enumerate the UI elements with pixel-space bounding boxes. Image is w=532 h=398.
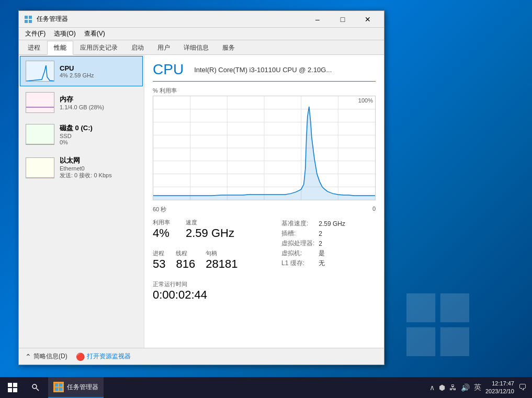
base-speed-label: 基准速度: (281, 219, 319, 229)
thread-label: 线程 (176, 249, 195, 257)
virt-label: 虚拟机: (281, 248, 319, 258)
tab-details[interactable]: 详细信息 (177, 41, 216, 54)
cpu-model: Intel(R) Core(TM) i3-10110U CPU @ 2.10G.… (194, 66, 332, 74)
tab-app-history[interactable]: 应用历史记录 (73, 41, 124, 54)
stats-row: 利用率 4% 速度 2.59 GHz 进程 53 (153, 219, 376, 307)
sidebar-item-cpu[interactable]: CPU 4% 2.59 GHz (20, 56, 143, 86)
svg-rect-0 (406, 293, 435, 322)
menu-options[interactable]: 选项(O) (50, 28, 80, 39)
summary-button[interactable]: ⌃ 简略信息(D) (25, 352, 67, 361)
volume-icon[interactable]: 🔊 (461, 383, 470, 392)
sidebar-item-network[interactable]: 以太网 Ethernet0 发送: 0 接收: 0 Kbps (20, 151, 143, 184)
sidebar-item-memory[interactable]: 内存 1.1/4.0 GB (28%) (20, 87, 143, 118)
util-label: 利用率 (153, 219, 170, 226)
right-stats: 基准速度: 2.59 GHz 插槽: 2 虚拟处理器: 2 虚拟机: (281, 219, 376, 307)
summary-label: 简略信息(D) (33, 352, 67, 361)
socket-label: 插槽: (281, 229, 319, 238)
handle-label: 句柄 (206, 249, 237, 257)
svg-rect-6 (25, 20, 28, 23)
search-button[interactable] (25, 377, 46, 398)
cpu-name: CPU (60, 64, 137, 72)
titlebar: 任务管理器 – □ ✕ (19, 11, 384, 28)
monitor-label: 打开资源监视器 (87, 352, 131, 361)
handle-value: 28181 (206, 257, 237, 271)
svg-rect-3 (440, 327, 469, 356)
svg-rect-21 (8, 383, 12, 387)
maximize-button[interactable]: □ (331, 11, 355, 28)
speed-label: 速度 (186, 219, 234, 226)
tab-performance[interactable]: 性能 (47, 41, 73, 55)
minimize-button[interactable]: – (305, 11, 330, 28)
graph-x-left: 60 秒 (153, 206, 166, 213)
sidebar-item-disk[interactable]: 磁盘 0 (C:) SSD 0% (20, 119, 143, 150)
graph-x-right: 0 (372, 206, 376, 213)
tab-startup[interactable]: 启动 (124, 41, 151, 54)
svg-line-26 (37, 389, 39, 391)
menu-file[interactable]: 文件(F) (21, 28, 50, 39)
lang-icon[interactable]: 英 (474, 383, 481, 392)
taskmgr-icon (53, 382, 64, 392)
bluetooth-icon[interactable]: ⬢ (439, 383, 445, 392)
monitor-button[interactable]: 🔴 打开资源监视器 (76, 352, 131, 361)
l1-value: 无 (319, 258, 349, 268)
cpu-mini-chart (26, 61, 54, 82)
close-button[interactable]: ✕ (356, 11, 380, 28)
tab-process[interactable]: 进程 (21, 41, 47, 54)
window-icon (23, 14, 33, 25)
tray-arrow-icon[interactable]: ∧ (429, 383, 435, 392)
chevron-up-icon: ⌃ (25, 352, 31, 361)
monitor-icon: 🔴 (76, 352, 85, 361)
tab-users[interactable]: 用户 (151, 41, 177, 54)
menu-view[interactable]: 查看(V) (80, 28, 109, 39)
net-info: 以太网 Ethernet0 发送: 0 接收: 0 Kbps (60, 156, 137, 179)
disk-sub1: SSD (60, 133, 137, 139)
notification-icon[interactable]: 🗨 (518, 383, 527, 392)
vproc-label: 虚拟处理器: (281, 238, 319, 248)
svg-rect-22 (13, 383, 17, 387)
tab-services[interactable]: 服务 (216, 41, 242, 54)
uptime-value: 0:00:02:44 (153, 288, 281, 302)
tray-clock[interactable]: 12:17:47 2023/12/10 (485, 380, 514, 396)
svg-rect-30 (59, 388, 62, 391)
start-button[interactable] (0, 377, 25, 398)
disk-name: 磁盘 0 (C:) (60, 123, 137, 133)
speed-value: 2.59 GHz (186, 226, 234, 240)
bottom-bar: ⌃ 简略信息(D) 🔴 打开资源监视器 (19, 348, 384, 365)
graph-y-label: % 利用率 (153, 87, 376, 95)
svg-rect-5 (29, 16, 32, 19)
mem-sub: 1.1/4.0 GB (28%) (60, 104, 137, 110)
handle-stat: 句柄 28181 (206, 249, 237, 271)
svg-rect-24 (13, 388, 17, 392)
svg-rect-29 (55, 388, 58, 391)
svg-rect-23 (8, 388, 12, 392)
network-icon[interactable]: 🖧 (449, 383, 457, 392)
proc-stat: 进程 53 (153, 249, 165, 271)
taskbar-tray: ∧ ⬢ 🖧 🔊 英 12:17:47 2023/12/10 🗨 (424, 380, 532, 396)
desktop-logo (406, 293, 469, 356)
net-name: 以太网 (60, 156, 137, 165)
taskbar-items: 任务管理器 (46, 377, 424, 398)
taskmgr-label: 任务管理器 (67, 383, 98, 392)
uptime-stat: 正常运行时间 0:00:02:44 (153, 280, 281, 302)
base-speed-value: 2.59 GHz (319, 219, 349, 229)
thread-value: 816 (176, 257, 195, 271)
proc-label: 进程 (153, 249, 165, 257)
taskbar-item-taskmgr[interactable]: 任务管理器 (48, 377, 104, 398)
svg-rect-28 (59, 383, 62, 386)
socket-value: 2 (319, 229, 349, 238)
graph-y-max: 100% (358, 97, 373, 104)
cpu-sub: 4% 2.59 GHz (60, 72, 137, 78)
spec-row-virt: 虚拟机: 是 (281, 248, 349, 258)
menubar: 文件(F) 选项(O) 查看(V) (19, 28, 384, 40)
cpu-panel: CPU Intel(R) Core(TM) i3-10110U CPU @ 2.… (144, 55, 384, 348)
mem-info: 内存 1.1/4.0 GB (28%) (60, 95, 137, 110)
cpu-title: CPU (153, 61, 184, 78)
net-sub: Ethernet0 (60, 165, 137, 172)
svg-rect-7 (29, 20, 32, 23)
net-sub2: 发送: 0 接收: 0 Kbps (60, 172, 137, 179)
spec-row-socket: 插槽: 2 (281, 229, 349, 238)
spec-row-base-speed: 基准速度: 2.59 GHz (281, 219, 349, 229)
svg-rect-1 (440, 293, 469, 322)
disk-mini-chart (26, 124, 54, 145)
l1-label: L1 缓存: (281, 258, 319, 268)
